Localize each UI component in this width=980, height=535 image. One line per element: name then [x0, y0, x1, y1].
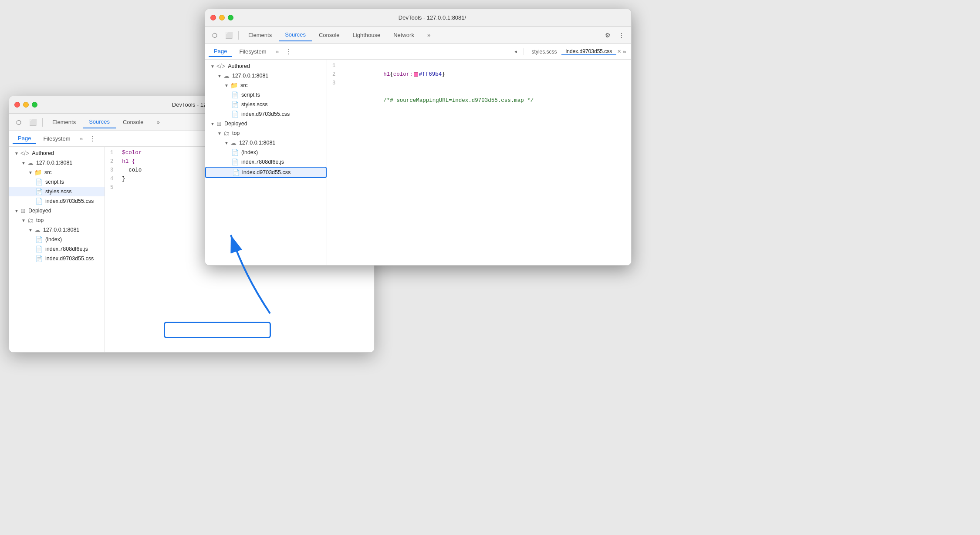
authored-label-front: Authored [228, 63, 250, 69]
code-lines-front: h1{color:#ff69b4} /*# sourceMappingURL=i… [341, 61, 631, 114]
styles-scss-back[interactable]: 📄 styles.scss [9, 187, 105, 196]
index-front[interactable]: 📄 (index) [205, 148, 327, 157]
inspect-icon[interactable]: ⬡ [13, 116, 25, 128]
cloud2-icon-front: ☁ [230, 139, 237, 146]
cloud-root-front[interactable]: ▼ ☁ 127.0.0.1:8081 [205, 71, 327, 81]
authored-label-back: Authored [32, 150, 54, 156]
arrow-icon: ▼ [14, 209, 19, 213]
three-dots-front[interactable]: ⋮ [283, 47, 294, 56]
divider-1 [42, 118, 43, 127]
top-folder-front[interactable]: ▼ 🗂 top [205, 128, 327, 138]
more-icon-front[interactable]: ⋮ [615, 29, 628, 41]
js-icon-back: 📄 [35, 246, 43, 252]
styles-scss-editor-tab[interactable]: styles.scss [527, 49, 561, 55]
tab-elements-front[interactable]: Elements [242, 29, 278, 41]
divider-front [238, 31, 239, 40]
tab-network-front[interactable]: Network [387, 29, 420, 41]
collapse-icon-front[interactable]: ◂ [510, 46, 522, 58]
top-folder-back[interactable]: ▼ 🗂 top [9, 215, 105, 225]
maximize-button-back[interactable] [32, 102, 37, 108]
close-tab-icon[interactable]: ✕ [617, 49, 621, 54]
main-tabs-back: Elements Sources Console » [46, 116, 166, 128]
tab-console-front[interactable]: Console [313, 29, 346, 41]
arrow-icon: ▼ [14, 151, 19, 156]
more-sub-front[interactable]: » [274, 48, 282, 56]
index-css-editor-tab[interactable]: index.d9703d55.css [561, 48, 617, 55]
window-title-front: DevTools - 127.0.0.1:8081/ [239, 14, 626, 21]
index-css-back[interactable]: 📄 index.d9703d55.css [9, 196, 105, 206]
arrow-icon: ▼ [28, 228, 33, 232]
box-icon-back: ⊞ [20, 207, 26, 214]
body-front: ▼ </> Authored ▼ ☁ 127.0.0.1:8081 ▼ 📁 sr… [205, 60, 631, 265]
filesystem-tab-front[interactable]: Filesystem [234, 47, 271, 57]
cloud-root-back[interactable]: ▼ ☁ 127.0.0.1:8081 [9, 158, 105, 168]
filesystem-tab-back[interactable]: Filesystem [38, 134, 75, 144]
index-css-front[interactable]: 📄 index.d9703d55.css [205, 109, 327, 119]
folder-icon-back: 📁 [34, 169, 42, 176]
folder-icon-front: 📁 [230, 82, 238, 89]
indexjs-label-back: index.7808df6e.js [45, 246, 88, 252]
code-icon-front: </> [216, 63, 225, 70]
main-tabs-front: Elements Sources Console Lighthouse Netw… [242, 29, 436, 41]
device-icon-front[interactable]: ⬜ [223, 29, 235, 41]
close-button-front[interactable] [210, 15, 216, 20]
device-icon[interactable]: ⬜ [27, 116, 39, 128]
line-numbers-front: 1 2 3 [327, 61, 341, 114]
index-back[interactable]: 📄 (index) [9, 235, 105, 244]
index-label-back: (index) [45, 236, 62, 242]
cloud-icon-front: ☁ [223, 72, 230, 79]
indexjs-back[interactable]: 📄 index.7808df6e.js [9, 244, 105, 254]
src-label-back: src [44, 169, 52, 175]
minimize-button-back[interactable] [23, 102, 29, 108]
tab-sources-front[interactable]: Sources [279, 29, 312, 41]
plain-folder-icon-back: 🗂 [27, 217, 34, 224]
indexcss2-back[interactable]: 📄 index.d9703d55.css [9, 254, 105, 263]
deployed-label-front: Deployed [224, 121, 247, 127]
arrow-icon: ▼ [210, 64, 215, 69]
cloud2-label-back: 127.0.0.1:8081 [43, 227, 79, 233]
three-dots-back[interactable]: ⋮ [87, 135, 98, 143]
maximize-button-front[interactable] [228, 15, 233, 20]
src-folder-back[interactable]: ▼ 📁 src [9, 168, 105, 177]
authored-header-front[interactable]: ▼ </> Authored [205, 61, 327, 71]
close-button-back[interactable] [14, 102, 20, 108]
inspect-icon-front[interactable]: ⬡ [209, 29, 221, 41]
minimize-button-front[interactable] [219, 15, 225, 20]
tab-sources-back[interactable]: Sources [83, 116, 116, 128]
more-sub-back[interactable]: » [78, 135, 86, 143]
indexcss2-front[interactable]: 📄 index.d9703d55.css [205, 167, 327, 178]
tab-console-back[interactable]: Console [117, 116, 150, 128]
gear-icon-front[interactable]: ⚙ [602, 29, 614, 41]
scss-icon-front: 📄 [231, 101, 239, 108]
authored-header-back[interactable]: ▼ </> Authored [9, 148, 105, 158]
styles-scss-front[interactable]: 📄 styles.scss [205, 100, 327, 109]
index-label-front: (index) [241, 149, 258, 155]
arrow-icon: ▼ [28, 170, 33, 175]
cloud2-front[interactable]: ▼ ☁ 127.0.0.1:8081 [205, 138, 327, 148]
line-numbers-back: 1 2 3 4 5 [105, 148, 118, 192]
deployed-header-back[interactable]: ▼ ⊞ Deployed [9, 206, 105, 215]
script-ts-front[interactable]: 📄 script.ts [205, 90, 327, 100]
indexjs-label-front: index.7808df6e.js [241, 159, 284, 165]
script-ts-back[interactable]: 📄 script.ts [9, 177, 105, 187]
tab-more-front[interactable]: » [421, 29, 436, 41]
page-tab-front[interactable]: Page [209, 46, 232, 57]
index-icon-back: 📄 [35, 236, 43, 243]
index-css-label-front: index.d9703d55.css [241, 111, 290, 117]
file-tree-front: ▼ </> Authored ▼ ☁ 127.0.0.1:8081 ▼ 📁 sr… [205, 60, 327, 265]
tab-lighthouse-front[interactable]: Lighthouse [347, 29, 387, 41]
arrow-icon: ▼ [217, 74, 222, 78]
indexcss2-label-back: index.d9703d55.css [45, 256, 94, 262]
tab-elements-back[interactable]: Elements [46, 116, 82, 128]
cloud2-back[interactable]: ▼ ☁ 127.0.0.1:8081 [9, 225, 105, 235]
css-icon-front: 📄 [231, 111, 239, 118]
deployed-header-front[interactable]: ▼ ⊞ Deployed [205, 119, 327, 128]
plain-folder-icon-front: 🗂 [223, 130, 230, 137]
script-ts-label-back: script.ts [45, 179, 64, 185]
tab-more-back[interactable]: » [151, 116, 166, 128]
top-label-front: top [232, 130, 240, 136]
indexjs-front[interactable]: 📄 index.7808df6e.js [205, 157, 327, 167]
more-editor-tabs[interactable]: » [621, 49, 628, 55]
src-folder-front[interactable]: ▼ 📁 src [205, 81, 327, 90]
page-tab-back[interactable]: Page [13, 133, 36, 144]
